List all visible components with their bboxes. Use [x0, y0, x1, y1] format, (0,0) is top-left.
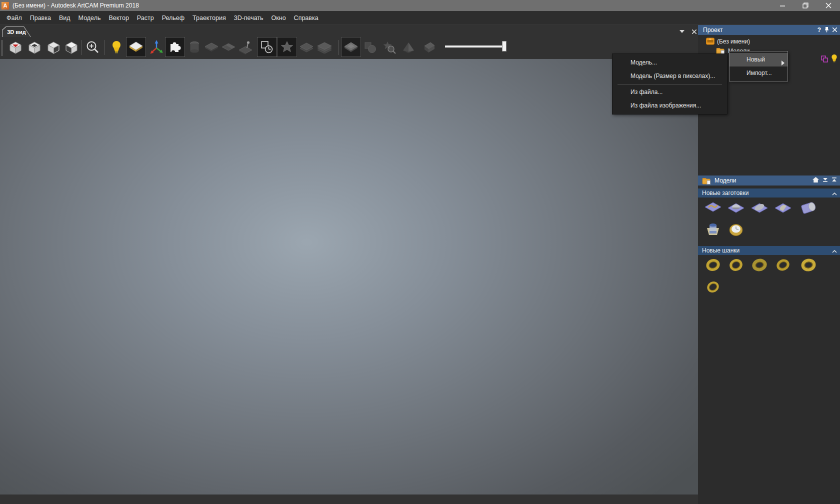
- menu-separator: [618, 84, 722, 84]
- blank-thumbnail-watch-bezel[interactable]: [726, 220, 746, 238]
- bulb-icon[interactable]: [831, 54, 838, 64]
- close-icon[interactable]: [832, 26, 837, 34]
- title-bar: A (Без имени) - Autodesk ArtCAM Premium …: [0, 0, 840, 11]
- tool-slider-track[interactable]: [445, 46, 504, 48]
- shank-thumbnail-ring[interactable]: [704, 278, 722, 296]
- move-up-icon[interactable]: [832, 177, 837, 184]
- toolbar-separator: [338, 40, 338, 55]
- tree-item-project-root[interactable]: (Без имени): [706, 36, 750, 46]
- diamond-plane-icon: [344, 41, 358, 53]
- flat-plane-tool-button[interactable]: [203, 38, 220, 57]
- relief-plane-button-active[interactable]: [126, 37, 146, 57]
- blank-thumbnail-flat-relief[interactable]: [704, 200, 722, 218]
- chevron-up-icon[interactable]: [832, 248, 837, 254]
- models-section-title: Модели: [714, 177, 736, 184]
- menu-help[interactable]: Справка: [290, 11, 322, 25]
- angled-plane-icon: [221, 42, 236, 53]
- project-panel-header[interactable]: Проект ?: [698, 25, 840, 35]
- minimize-button[interactable]: [771, 0, 794, 11]
- axes-toggle-button[interactable]: [147, 38, 166, 57]
- submenu-item-from-image-file[interactable]: Из файла изображения...: [612, 99, 727, 112]
- toolbar-grip[interactable]: [2, 40, 2, 56]
- blank-thumbnail-cylinder[interactable]: [799, 198, 818, 216]
- blank-thumbnail-half-cylinder[interactable]: [750, 200, 769, 218]
- diamond-plane-button[interactable]: [341, 37, 361, 57]
- submenu-item-from-file[interactable]: Из файла...: [612, 86, 727, 99]
- preview-toolpath-button[interactable]: [257, 37, 277, 57]
- menu-edit[interactable]: Правка: [26, 11, 55, 25]
- plugin-button-active[interactable]: [165, 37, 185, 57]
- layers-icon: [299, 42, 314, 53]
- stacked-planes-tool-button[interactable]: [316, 38, 333, 57]
- copy-icon[interactable]: [821, 56, 828, 64]
- xyz-axes-icon: [149, 40, 164, 55]
- cube-icon: [46, 41, 60, 54]
- menu-window[interactable]: Окно: [268, 11, 290, 25]
- tab-3d-view[interactable]: 3D вид: [2, 26, 31, 37]
- submenu-item-model-pixels[interactable]: Модель (Размер в пикселах)...: [612, 70, 727, 83]
- context-item-new[interactable]: Новый: [730, 53, 788, 66]
- pin-relief-tool-button[interactable]: [237, 38, 254, 57]
- shanks-section-title: Новые шанки: [702, 247, 740, 254]
- star-zoom-tool-button[interactable]: [381, 38, 398, 57]
- pyramid-icon: [401, 42, 416, 54]
- isometric-view-button-2[interactable]: [45, 38, 62, 57]
- isometric-view-button-3[interactable]: [63, 38, 80, 57]
- context-item-label: Новый: [746, 56, 765, 63]
- shank-thumbnail-ring[interactable]: [704, 256, 722, 274]
- zoom-tool-button[interactable]: [84, 38, 101, 57]
- isometric-view-button-1[interactable]: [26, 38, 43, 57]
- app-logo-icon: A: [2, 2, 9, 10]
- star-shape-button[interactable]: [277, 37, 297, 57]
- square-circle-tool-button[interactable]: [362, 38, 379, 57]
- context-item-import[interactable]: Импорт...: [730, 66, 788, 80]
- bottom-strip: [0, 494, 698, 504]
- puzzle-piece-icon: [168, 40, 182, 54]
- menu-view[interactable]: Вид: [55, 11, 74, 25]
- cube-icon: [64, 41, 78, 54]
- menu-file[interactable]: Файл: [2, 11, 26, 25]
- menu-model[interactable]: Модель: [74, 11, 105, 25]
- square-circle-icon: [364, 41, 378, 54]
- shank-thumbnail-ring[interactable]: [774, 256, 792, 274]
- blanks-section-header[interactable]: Новые заготовки: [698, 188, 840, 198]
- shank-thumbnail-ring[interactable]: [726, 256, 746, 274]
- pin-icon[interactable]: [824, 26, 829, 34]
- menu-relief[interactable]: Рельеф: [158, 11, 188, 25]
- light-bulb-icon: [111, 40, 122, 55]
- move-down-icon[interactable]: [822, 177, 828, 184]
- star-magnifier-icon: [382, 40, 397, 54]
- blank-thumbnail-dome[interactable]: [726, 200, 746, 218]
- submenu-item-model[interactable]: Модель...: [612, 56, 727, 70]
- view-orientation-cube-button[interactable]: [7, 38, 24, 57]
- menu-3dprint[interactable]: 3D-печать: [230, 11, 268, 25]
- plane-2-tool-button[interactable]: [220, 38, 237, 57]
- models-section-bar[interactable]: Модели: [698, 176, 840, 186]
- blank-thumbnail-quarter-dome[interactable]: [774, 200, 792, 218]
- menu-vector[interactable]: Вектор: [104, 11, 132, 25]
- restore-button[interactable]: [794, 0, 817, 11]
- wedge-tool-button[interactable]: [420, 38, 437, 57]
- chevron-up-icon[interactable]: [832, 190, 837, 197]
- help-icon[interactable]: ?: [818, 26, 821, 34]
- menu-toolpath[interactable]: Траектория: [188, 11, 230, 25]
- close-button[interactable]: [817, 0, 840, 11]
- toolbar-menu-chevron[interactable]: [678, 28, 686, 35]
- shank-thumbnail-ring[interactable]: [750, 256, 769, 274]
- menu-raster[interactable]: Растр: [133, 11, 158, 25]
- rect-clock-icon: [260, 40, 274, 54]
- toolbar-separator: [104, 40, 104, 55]
- shanks-section-header[interactable]: Новые шанки: [698, 246, 840, 255]
- cylinder-tool-button[interactable]: [186, 38, 203, 57]
- models-context-menu: Новый Импорт...: [729, 51, 788, 82]
- shank-thumbnail-ring[interactable]: [799, 256, 818, 274]
- home-icon[interactable]: [812, 177, 819, 184]
- tool-slider-handle[interactable]: [502, 41, 506, 52]
- blank-thumbnail-tapered-cup[interactable]: [704, 220, 722, 238]
- pyramid-tool-button[interactable]: [400, 38, 417, 57]
- lighting-button[interactable]: [108, 38, 125, 57]
- toolbar-close[interactable]: [690, 28, 698, 35]
- layers-tool-button[interactable]: [298, 38, 315, 57]
- project-icon: [706, 38, 714, 45]
- 3d-viewport-canvas[interactable]: [0, 59, 698, 494]
